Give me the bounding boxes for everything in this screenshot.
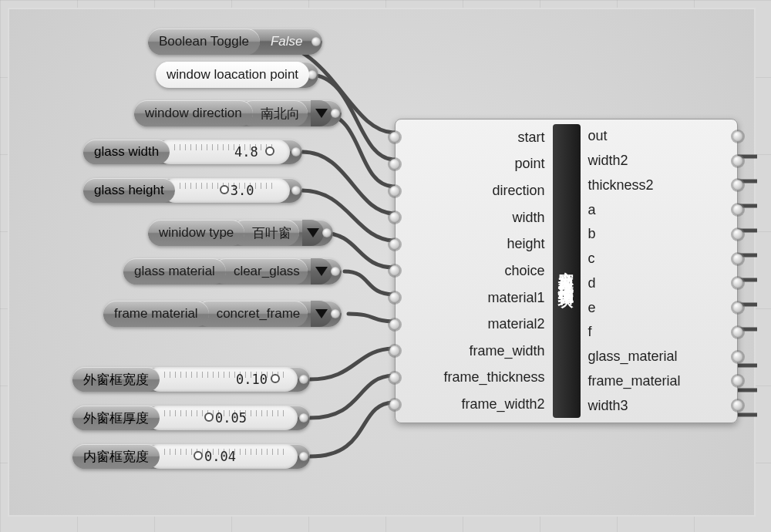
- input-port[interactable]: [389, 159, 400, 170]
- glass-width-label: glass width: [83, 140, 170, 164]
- output-port[interactable]: [290, 140, 302, 164]
- glass-height-label: glass height: [83, 178, 175, 203]
- outer-frame-width-slider[interactable]: 外窗框宽度 0.10: [72, 367, 310, 392]
- slider-track[interactable]: 3.0: [163, 178, 290, 203]
- output-port[interactable]: [732, 229, 743, 240]
- glass-material-node[interactable]: glass material clear_glass: [123, 258, 342, 285]
- output-port[interactable]: [321, 220, 333, 246]
- slider-track[interactable]: 0.05: [147, 406, 298, 430]
- inner-frame-width-slider[interactable]: 内窗框宽度 0.04: [72, 444, 310, 469]
- slider-thumb[interactable]: [220, 185, 229, 194]
- output-port[interactable]: [329, 100, 342, 126]
- output-label: width2: [588, 150, 628, 173]
- outer-frame-thickness-value: 0.05: [215, 410, 247, 426]
- output-label: thickness2: [588, 173, 654, 197]
- slider-thumb[interactable]: [271, 374, 280, 383]
- output-port[interactable]: [290, 178, 302, 203]
- input-label: start: [517, 126, 544, 149]
- output-label: glass_material: [588, 345, 678, 369]
- output-port[interactable]: [732, 400, 743, 411]
- window-direction-node[interactable]: window direction 南北向: [134, 100, 342, 126]
- input-label: material1: [487, 286, 544, 309]
- input-label: direction: [492, 180, 544, 203]
- slider-thumb[interactable]: [265, 146, 274, 156]
- window-type-label: winidow type: [148, 220, 244, 246]
- input-port[interactable]: [389, 265, 400, 276]
- output-port[interactable]: [732, 327, 743, 338]
- input-port[interactable]: [389, 186, 400, 197]
- input-label: frame_width: [469, 339, 544, 362]
- frame-material-node[interactable]: frame material concret_frame: [103, 301, 342, 327]
- output-label: d: [588, 271, 596, 295]
- outer-frame-thickness-slider[interactable]: 外窗框厚度 0.05: [72, 406, 310, 430]
- input-port[interactable]: [389, 292, 400, 303]
- glass-material-value[interactable]: clear_glass: [213, 258, 308, 285]
- input-label: point: [514, 153, 544, 176]
- input-port[interactable]: [389, 345, 400, 356]
- slider-track[interactable]: 0.10: [147, 367, 298, 392]
- input-port[interactable]: [389, 372, 400, 383]
- output-label: c: [588, 247, 595, 271]
- output-port[interactable]: [732, 204, 743, 215]
- output-label: frame_material: [588, 369, 681, 392]
- output-port[interactable]: [329, 301, 342, 327]
- inner-frame-width-label: 内窗框宽度: [72, 444, 160, 469]
- boolean-toggle-node[interactable]: Boolean Toggle False: [148, 29, 322, 55]
- input-label: width: [512, 206, 544, 229]
- slider-track[interactable]: 4.8: [157, 140, 290, 164]
- cluster-title-bar: 窗类型选择编辑块: [553, 124, 581, 418]
- glass-width-slider[interactable]: glass width 4.8: [83, 140, 302, 164]
- input-label: choice: [504, 259, 544, 282]
- cluster-output-labels: out width2 thickness2 a b c d e f glass_…: [581, 120, 738, 423]
- input-port[interactable]: [389, 319, 400, 330]
- input-port[interactable]: [389, 399, 400, 410]
- slider-thumb[interactable]: [204, 412, 214, 422]
- window-type-cluster[interactable]: start point direction width height choic…: [395, 119, 738, 423]
- outer-frame-width-label: 外窗框宽度: [72, 367, 160, 392]
- output-port[interactable]: [298, 444, 310, 469]
- output-port[interactable]: [732, 352, 743, 362]
- output-port[interactable]: [732, 156, 743, 167]
- cluster-output-ports: [732, 120, 743, 423]
- input-label: material2: [487, 313, 544, 336]
- window-type-node[interactable]: winidow type 百叶窗: [148, 220, 333, 246]
- boolean-toggle-label: Boolean Toggle: [148, 29, 260, 55]
- diagram-frame: Boolean Toggle False window loacation po…: [8, 8, 756, 517]
- outer-frame-thickness-label: 外窗框厚度: [72, 406, 160, 430]
- output-port[interactable]: [298, 367, 310, 392]
- window-location-point-label: window loacation point: [156, 62, 309, 88]
- output-label: a: [588, 198, 596, 221]
- frame-material-value[interactable]: concret_frame: [196, 301, 308, 327]
- output-port[interactable]: [732, 302, 743, 313]
- input-port[interactable]: [389, 212, 400, 223]
- slider-track[interactable]: 0.04: [147, 444, 298, 469]
- boolean-toggle-value[interactable]: False: [260, 29, 314, 55]
- window-location-point-node[interactable]: window loacation point: [156, 62, 318, 88]
- svg-marker-3: [315, 309, 328, 318]
- output-port[interactable]: [732, 254, 743, 264]
- output-port[interactable]: [732, 375, 743, 386]
- cluster-input-ports: [389, 120, 400, 423]
- input-port[interactable]: [389, 132, 400, 143]
- inner-frame-width-value: 0.04: [204, 449, 236, 464]
- output-port[interactable]: [732, 131, 743, 142]
- svg-marker-1: [307, 228, 319, 237]
- output-port[interactable]: [732, 180, 743, 190]
- output-label: e: [588, 296, 596, 319]
- glass-width-value: 4.8: [234, 144, 258, 160]
- output-port[interactable]: [298, 406, 310, 430]
- glass-height-slider[interactable]: glass height 3.0: [83, 178, 302, 203]
- frame-material-label: frame material: [103, 301, 209, 327]
- window-direction-label: window direction: [134, 100, 253, 126]
- input-label: frame_thickness: [443, 366, 544, 389]
- output-port[interactable]: [310, 29, 322, 55]
- slider-thumb[interactable]: [194, 451, 203, 460]
- input-port[interactable]: [389, 239, 400, 250]
- outer-frame-width-value: 0.10: [236, 372, 268, 387]
- glass-height-value: 3.0: [231, 183, 254, 198]
- input-label: frame_width2: [461, 393, 544, 416]
- output-label: f: [588, 321, 592, 344]
- svg-marker-2: [315, 267, 328, 276]
- output-port[interactable]: [732, 278, 743, 288]
- output-port[interactable]: [329, 258, 342, 285]
